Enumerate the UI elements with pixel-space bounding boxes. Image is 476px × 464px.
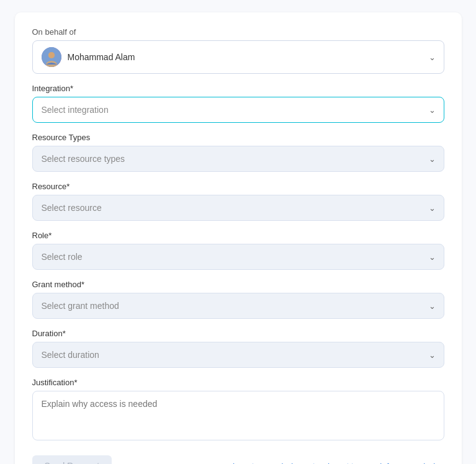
integration-select-wrapper: Select integration ⌄ [32,97,444,123]
role-label: Role* [32,231,444,240]
role-select-wrapper: Select role ⌄ [32,244,444,270]
justification-field: Justification* [32,378,444,443]
permission-set-link[interactable]: I want a permission set [233,462,315,465]
duration-select-wrapper: Select duration ⌄ [32,342,444,368]
grant-method-select-wrapper: Select grant method ⌄ [32,293,444,319]
grant-method-label: Grant method* [32,280,444,289]
justification-label: Justification* [32,378,444,387]
user-select-wrapper[interactable]: Mohammad Alam ⌄ [32,40,444,74]
integration-select[interactable]: Select integration [32,97,444,123]
resource-label: Resource* [32,182,444,191]
user-select-box[interactable]: Mohammad Alam [32,40,444,74]
duration-label: Duration* [32,329,444,338]
avatar [42,47,61,67]
resource-select[interactable]: Select resource [32,195,444,221]
on-behalf-of-field: On behalf of Mohammad Alam ⌄ [32,27,444,74]
svg-point-3 [48,52,55,58]
access-request-form: On behalf of Mohammad Alam ⌄ Integration… [15,12,462,464]
duration-select[interactable]: Select duration [32,342,444,368]
resource-types-field: Resource Types Select resource types ⌄ [32,133,444,172]
grant-method-select[interactable]: Select grant method [32,293,444,319]
resource-types-select[interactable]: Select resource types [32,146,444,172]
resource-types-select-wrapper: Select resource types ⌄ [32,146,444,172]
duration-field: Duration* Select duration ⌄ [32,329,444,368]
resource-field: Resource* Select resource ⌄ [32,182,444,221]
resource-types-label: Resource Types [32,133,444,142]
on-behalf-of-label: On behalf of [32,27,444,37]
footer-links: I want a permission set I want to search… [233,462,444,465]
send-request-button[interactable]: Send Request [32,455,112,464]
role-select[interactable]: Select role [32,244,444,270]
justification-textarea[interactable] [32,391,444,440]
search-permission-link[interactable]: I want to search for a permission [328,462,444,465]
form-footer: Send Request I want a permission set I w… [32,455,444,464]
role-field: Role* Select role ⌄ [32,231,444,270]
user-name-text: Mohammad Alam [68,52,135,62]
grant-method-field: Grant method* Select grant method ⌄ [32,280,444,319]
integration-field: Integration* Select integration ⌄ [32,84,444,123]
resource-select-wrapper: Select resource ⌄ [32,195,444,221]
integration-label: Integration* [32,84,444,93]
